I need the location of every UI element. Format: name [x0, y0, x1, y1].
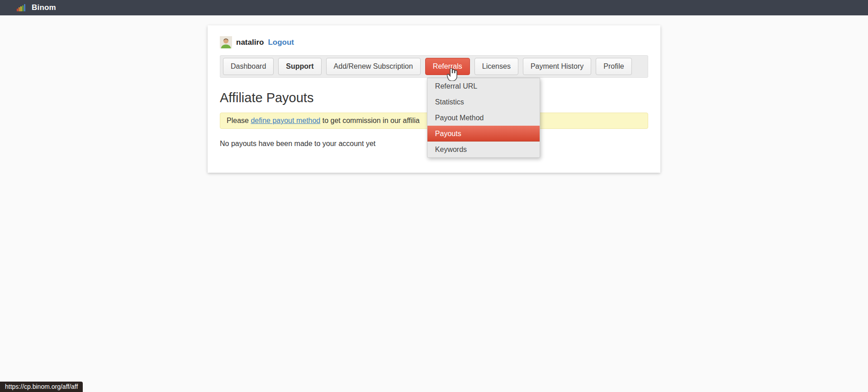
- dropdown-item-statistics[interactable]: Statistics: [427, 94, 540, 110]
- user-avatar-icon: [220, 36, 232, 48]
- user-row: nataliro Logout: [220, 36, 648, 48]
- nav-tab-profile[interactable]: Profile: [596, 58, 631, 75]
- bar-chart-icon: [17, 4, 25, 11]
- username: nataliro: [236, 38, 264, 47]
- nav-tabs: DashboardSupportAdd/Renew SubscriptionRe…: [220, 55, 648, 78]
- nav-tab-referrals[interactable]: Referrals: [425, 58, 470, 75]
- nav-tab-payment-history[interactable]: Payment History: [523, 58, 591, 75]
- top-bar: Binom: [0, 0, 868, 15]
- link-preview-statusbar: https://cp.binom.org/aff/aff: [0, 382, 83, 392]
- nav-tab-licenses[interactable]: Licenses: [474, 58, 518, 75]
- nav-tab-add-renew-subscription[interactable]: Add/Renew Subscription: [326, 58, 421, 75]
- nav-tab-support[interactable]: Support: [278, 58, 321, 75]
- dropdown-item-payout-method[interactable]: Payout Method: [427, 110, 540, 126]
- define-payout-method-link[interactable]: define payout method: [251, 117, 320, 124]
- brand-title: Binom: [32, 3, 56, 12]
- notice-text-suffix: to get commission in our affilia: [320, 117, 419, 124]
- nav-tab-dashboard[interactable]: Dashboard: [223, 58, 274, 75]
- dropdown-item-referral-url[interactable]: Referral URL: [427, 78, 540, 94]
- dropdown-item-payouts[interactable]: Payouts: [427, 126, 540, 142]
- logout-link[interactable]: Logout: [268, 38, 294, 47]
- dropdown-item-keywords[interactable]: Keywords: [427, 142, 540, 157]
- notice-text-prefix: Please: [227, 117, 251, 124]
- main-card: nataliro Logout DashboardSupportAdd/Rene…: [208, 25, 660, 173]
- referrals-dropdown-menu: Referral URLStatisticsPayout MethodPayou…: [427, 78, 540, 158]
